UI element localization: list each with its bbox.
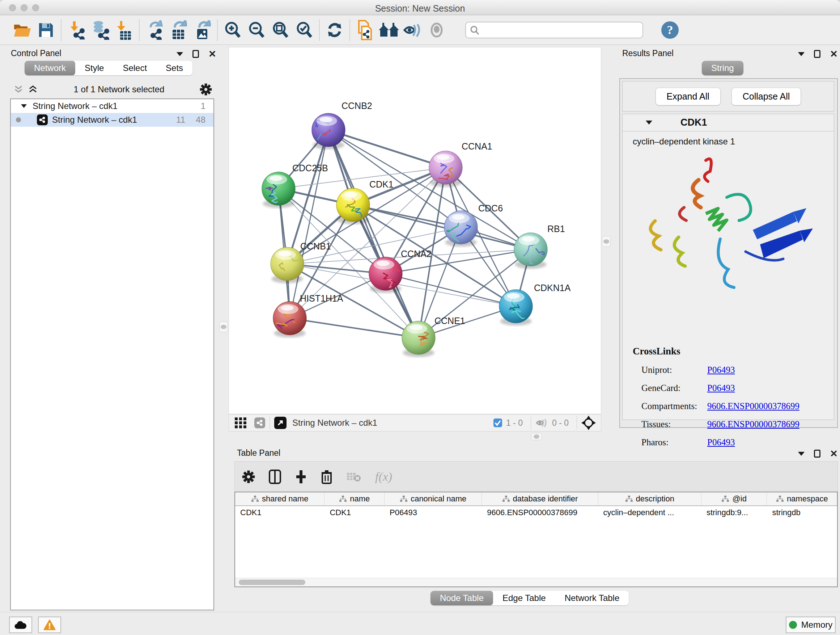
float-panel-icon[interactable] [814,450,821,458]
tab-sets[interactable]: Sets [156,61,193,75]
edge-ccnb2-ccne1[interactable] [328,130,418,338]
first-neighbors-button[interactable] [377,19,401,41]
import-network-from-database-button[interactable] [88,19,112,41]
panel-menu-icon[interactable] [798,452,805,456]
detach-view-icon[interactable] [274,417,286,429]
tab-network-table[interactable]: Network Table [555,591,629,605]
import-table-from-file-button[interactable] [112,19,136,41]
scrollbar-thumb[interactable] [239,580,305,585]
collapse-all-icon[interactable] [13,85,24,94]
selected-checkbox-icon[interactable] [493,418,502,428]
tab-style[interactable]: Style [75,61,113,75]
node-ccnb2[interactable] [303,113,345,149]
node-label-ccnb1: CCNB1 [300,241,331,251]
tab-edge-table[interactable]: Edge Table [493,591,555,605]
node-hist1h1a[interactable] [273,302,306,337]
crosslink-value-link[interactable]: 9606.ENSP00000378699 [707,419,799,429]
crosslink-value-link[interactable]: 9606.ENSP00000378699 [707,401,799,411]
node-ccna2[interactable] [369,257,402,293]
section-collapse-icon[interactable] [646,120,652,125]
crosslink-value-link[interactable]: P06493 [707,365,735,375]
memory-button[interactable]: Memory [786,616,836,633]
right-splitter-handle[interactable] [602,236,611,247]
string-view-icon[interactable] [254,417,265,428]
table-horizontal-scrollbar[interactable] [235,578,837,586]
float-panel-icon[interactable] [814,50,821,58]
tab-select[interactable]: Select [113,61,156,75]
node-cdc6[interactable] [444,211,477,248]
node-cdc25b[interactable] [262,172,295,208]
column-header-database-identifier[interactable]: database identifier [482,492,598,505]
close-panel-icon[interactable]: ✕ [208,50,216,57]
toolbar-separator [61,19,62,41]
refresh-view-button[interactable] [323,19,347,41]
column-header-namespace[interactable]: namespace [767,492,837,505]
node-cdk1[interactable] [336,188,370,224]
node-rb1[interactable] [514,233,547,269]
panel-menu-icon[interactable] [177,52,183,56]
tab-node-table[interactable]: Node Table [431,591,493,605]
close-panel-icon[interactable]: ✕ [830,50,838,57]
tab-string[interactable]: String [702,61,744,75]
hide-selected-button[interactable] [401,19,425,41]
panel-menu-icon[interactable] [798,52,805,56]
column-header-name[interactable]: name [325,492,385,505]
tree-expand-icon[interactable] [21,104,27,108]
export-network-button[interactable] [142,19,166,41]
left-splitter-handle[interactable] [219,321,228,333]
network-canvas[interactable]: CCNB2CCNA1CDC25BCDK1CDC6RB1CCNB1CCNA2CDK… [229,47,601,414]
delete-column-trash-icon[interactable] [321,470,332,484]
expand-all-button[interactable]: Expand All [655,88,721,105]
tab-network[interactable]: Network [25,61,75,75]
network-row[interactable]: String Network – cdk1 11 48 [11,113,213,127]
export-table-button[interactable] [166,19,190,41]
zoom-fit-content-button[interactable] [268,19,292,41]
column-header-description[interactable]: description [598,492,701,505]
expand-all-icon[interactable] [27,85,38,94]
crosslink-label: Tissues: [641,419,707,429]
float-panel-icon[interactable] [193,50,199,58]
node-ccne1[interactable] [402,321,435,357]
node-cdkn1a[interactable] [499,290,532,325]
crosslink-value-link[interactable]: P06493 [707,437,735,448]
close-panel-icon[interactable]: ✕ [830,450,838,457]
column-type-icon [722,495,729,502]
node-ccna1[interactable] [429,151,462,187]
zoom-fit-icon [271,21,289,39]
grid-view-icon[interactable] [234,417,248,429]
edge-ccnb2-ccna1[interactable] [328,130,446,168]
column-header-canonical-name[interactable]: canonical name [385,492,482,505]
table-row[interactable]: CDK1CDK1P064939606.ENSP00000378699cyclin… [235,506,837,519]
bottom-splitter-handle[interactable] [531,433,542,440]
birds-eye-icon[interactable] [581,416,596,430]
warning-status-button[interactable] [38,616,61,633]
select-columns-icon[interactable] [269,470,281,484]
column-header--id[interactable]: @id [701,492,767,505]
help-button[interactable]: ? [660,21,679,40]
import-network-from-file-button[interactable] [65,19,88,41]
edge-cdk1-rb1[interactable] [353,205,531,249]
crosslink-value-link[interactable]: P06493 [707,383,735,393]
zoom-in-button[interactable] [221,19,245,41]
search-input[interactable] [465,22,643,38]
cloud-status-button[interactable] [9,616,32,633]
open-session-button[interactable] [10,19,34,41]
save-session-button[interactable] [34,19,58,41]
column-header-shared-name[interactable]: shared name [235,492,325,505]
collapse-all-button[interactable]: Collapse All [731,88,801,105]
hidden-eye-icon[interactable] [535,418,548,428]
show-all-button[interactable] [425,19,448,41]
edge-hist1h1a-ccne1[interactable] [290,318,418,338]
network-collection-row[interactable]: String Network – cdk1 1 [11,99,213,113]
table-settings-gear-icon[interactable] [242,470,255,483]
clone-network-button[interactable] [353,19,377,41]
export-image-button[interactable] [190,19,214,41]
zoom-out-button[interactable] [245,19,268,41]
gene-section-header[interactable]: CDK1 [622,114,834,131]
add-column-icon[interactable] [295,470,307,484]
gear-icon[interactable] [200,83,212,96]
node-ccnb1[interactable] [271,247,304,283]
app-window: Session: New Session [0,0,840,635]
crosslinks-section: CrossLinks Uniprot:P06493GeneCard:P06493… [633,346,799,448]
zoom-selected-button[interactable] [292,19,316,41]
